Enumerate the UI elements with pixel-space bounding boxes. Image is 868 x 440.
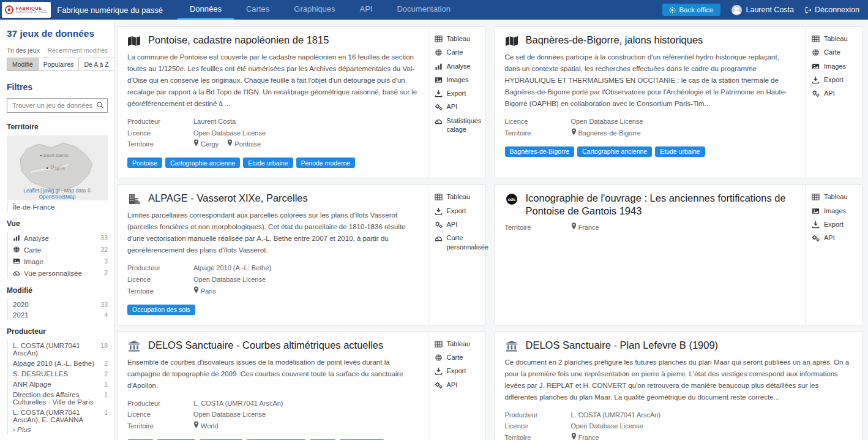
facet-count: 4 xyxy=(100,311,108,319)
tag[interactable]: Pontoise xyxy=(127,157,162,168)
territory-pin[interactable]: Pontoise xyxy=(227,138,261,150)
user-menu[interactable]: Laurent Costa xyxy=(731,5,795,15)
territory-pin[interactable]: France xyxy=(571,432,599,440)
app-logo[interactable]: FABRIQUE NUMÉRIQUE DU PASSÉ xyxy=(2,2,51,18)
dataset-title[interactable]: Pontoise, cadastre napoléonien de 1815 xyxy=(148,34,329,47)
facet-label: Analyse xyxy=(24,235,49,242)
dataset-title[interactable]: DELOS Sanctuaire - Courbes altimétriques… xyxy=(148,339,383,352)
tag[interactable]: Occupation des sols xyxy=(127,305,195,315)
service-analyse[interactable]: Analyse xyxy=(435,62,483,70)
map-attribution-link[interactable]: Leaflet xyxy=(23,188,39,194)
service-images[interactable]: Images xyxy=(812,207,860,215)
dataset-services: TableauExportAPICarte personnalisée xyxy=(428,185,485,324)
service-api[interactable]: API xyxy=(812,89,860,97)
facet-item[interactable]: Alpage 2010 (A.-L. Bethe)2 xyxy=(13,358,108,368)
facet-item[interactable]: S. DESRUELLES2 xyxy=(13,368,108,379)
service-export[interactable]: Export xyxy=(435,89,483,97)
service-carte[interactable]: Carte xyxy=(435,48,483,56)
meta-value: Laurent Costa xyxy=(193,116,236,127)
service-carte[interactable]: Carte xyxy=(812,48,860,56)
service-export[interactable]: Export xyxy=(435,366,483,375)
meta-label: Territoire xyxy=(127,138,193,150)
service-carte[interactable]: Carte xyxy=(435,353,483,362)
territory-pin[interactable]: Paris xyxy=(193,286,216,297)
dataset-count-title: 37 jeux de données xyxy=(7,28,108,39)
dataset-tags: PontoiseCartographie ancienneEtude urbai… xyxy=(127,157,418,171)
dataset-title[interactable]: ALPAGE - Vasserot XIXe, Parcelles xyxy=(148,192,308,205)
service-tableau[interactable]: Tableau xyxy=(812,34,860,43)
nav-tab-cartes[interactable]: Cartes xyxy=(234,0,282,20)
service-export[interactable]: Export xyxy=(812,220,860,229)
service-images[interactable]: Images xyxy=(435,75,483,84)
tag[interactable]: Etude urbaine xyxy=(243,157,293,168)
meta-label: Territoire xyxy=(505,222,571,233)
service-carte-personnalisée[interactable]: Carte personnalisée xyxy=(435,233,483,251)
dataset-meta: ProducteurLaurent CostaLicenceOpen Datab… xyxy=(127,116,418,150)
service-api[interactable]: API xyxy=(435,102,483,111)
pin-icon xyxy=(193,138,199,150)
logo-text: FABRIQUE NUMÉRIQUE DU PASSÉ xyxy=(16,6,47,14)
service-export[interactable]: Export xyxy=(812,75,860,84)
sort-button[interactable]: De A à Z xyxy=(79,58,114,71)
dataset-title[interactable]: DELOS Sanctuaire - Plan Lefevre B (1909) xyxy=(526,339,719,352)
back-office-button[interactable]: Back office xyxy=(662,4,720,16)
sort-button[interactable]: Modifié xyxy=(7,58,39,71)
facet-label: S. DESRUELLES xyxy=(13,370,68,377)
facet-item[interactable]: Carte32 xyxy=(13,244,108,256)
dataset-description: La commune de Pontoise est couverte par … xyxy=(127,51,418,110)
tag[interactable]: Etude urbaine xyxy=(655,146,705,157)
service-images[interactable]: Images xyxy=(812,62,860,70)
facet-item[interactable]: 202033 xyxy=(13,299,108,309)
nav-tab-données[interactable]: Données xyxy=(178,0,234,20)
service-statistiques-calage[interactable]: Statistiques calage xyxy=(435,116,483,134)
facet-item[interactable]: Image3 xyxy=(13,256,108,267)
dataset-tags: Occupation des sols xyxy=(127,303,418,317)
territory-pin[interactable]: World xyxy=(193,420,219,432)
territory-pin[interactable]: France xyxy=(571,222,599,233)
map-label-paris: • Paris xyxy=(46,164,65,172)
map-attribution-link[interactable]: jawg.gl xyxy=(43,188,59,194)
facet-label: ANR Alpage xyxy=(13,381,51,388)
logout-icon xyxy=(805,7,812,13)
nav-tab-documentation[interactable]: Documentation xyxy=(384,0,462,20)
facet-item[interactable]: Analyse33 xyxy=(13,232,108,244)
service-api[interactable]: API xyxy=(812,233,860,242)
facet-item[interactable]: Vue personnalisée2 xyxy=(13,267,108,279)
meta-row: ProducteurL. COSTA (UMR7041 ArscAn) xyxy=(505,409,853,421)
facet-label: Alpage 2010 (A.-L. Bethe) xyxy=(13,360,94,367)
facet-item[interactable]: L. COSTA (UMR7041 ArscAn)18 xyxy=(13,340,108,358)
service-tableau[interactable]: Tableau xyxy=(435,192,483,201)
facet-count: 3 xyxy=(100,257,108,265)
territory-pin[interactable]: Cergy xyxy=(193,138,219,150)
nav-tab-api[interactable]: API xyxy=(347,0,384,20)
service-tableau[interactable]: Tableau xyxy=(435,339,483,348)
territory-pin[interactable]: Bagnères-de-Bigorre xyxy=(571,127,641,139)
facet-item[interactable]: ANR Alpage1 xyxy=(13,379,108,389)
nav-tab-graphiques[interactable]: Graphiques xyxy=(282,0,347,20)
facet-item[interactable]: Direction des Affaires Culturelles - Vil… xyxy=(13,389,108,407)
dataset-title[interactable]: Iconographie de l'ouvrage : Les ancienne… xyxy=(526,192,796,217)
search-input[interactable] xyxy=(7,98,108,113)
facet-label: Direction des Affaires Culturelles - Vil… xyxy=(13,391,100,406)
tag[interactable]: Cartographie ancienne xyxy=(577,146,652,157)
service-tableau[interactable]: Tableau xyxy=(435,34,483,43)
sort-button[interactable]: Populaires xyxy=(39,58,80,71)
facet-label: 2021 xyxy=(13,311,29,319)
service-tableau[interactable]: Tableau xyxy=(812,192,860,201)
facet-more-link[interactable]: › Plus xyxy=(13,425,108,434)
map-attribution-link[interactable]: OpenStreetMap xyxy=(39,194,75,200)
dataset-meta: ProducteurL. COSTA (UMR7041 ArscAn)Licen… xyxy=(127,398,418,432)
facet-item[interactable]: L. COSTA (UMR7041 ArscAn), E. CAVANNA1 xyxy=(13,407,108,425)
facet-item[interactable]: 20214 xyxy=(13,309,108,320)
search-icon[interactable] xyxy=(96,101,104,110)
territory-selected-item[interactable]: Île-de-France xyxy=(13,202,108,212)
tag[interactable]: Période moderne xyxy=(296,157,356,168)
tag[interactable]: Cartographie ancienne xyxy=(165,157,240,168)
tag[interactable]: Bagnères-de-Bigorre xyxy=(505,146,574,157)
logout-button[interactable]: Déconnexion xyxy=(805,6,859,14)
dataset-title[interactable]: Baqnères-de-Bigorre, jalons historiques xyxy=(526,34,703,47)
service-api[interactable]: API xyxy=(435,381,483,389)
territory-map[interactable]: • Saint-Denis • Paris Leaflet | jawg.gl … xyxy=(7,135,108,200)
service-api[interactable]: API xyxy=(435,220,483,229)
service-export[interactable]: Export xyxy=(435,207,483,215)
